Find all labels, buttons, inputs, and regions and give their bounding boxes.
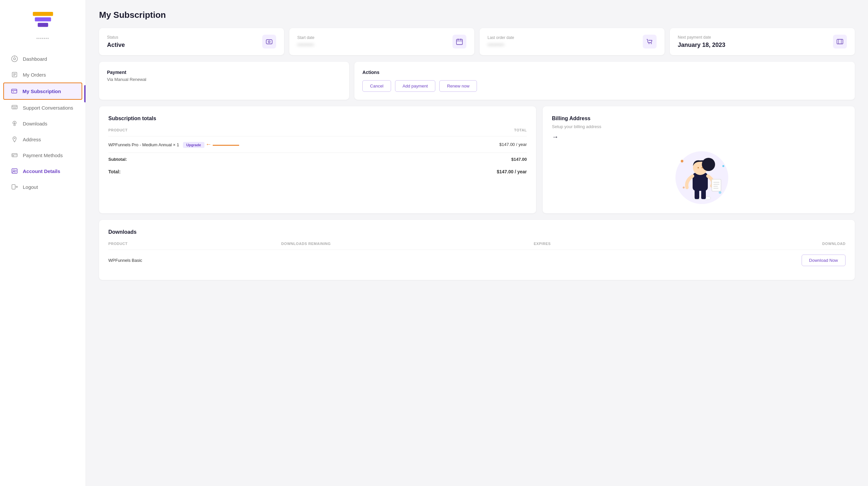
svg-point-43	[722, 165, 724, 167]
downloads-product-name: WPFunnels Basic	[108, 250, 281, 271]
billing-illustration	[552, 144, 845, 204]
renew-now-button[interactable]: Renew now	[439, 80, 477, 92]
sidebar-item-support-conversations[interactable]: Support Conversations	[0, 100, 86, 116]
start-date-content: Start date •••••••••	[297, 35, 314, 48]
bottom-grid: Subscription totals PRODUCT TOTAL WPFunn…	[99, 106, 855, 213]
address-icon	[11, 136, 18, 143]
totals-col-product: PRODUCT	[108, 128, 448, 136]
svg-point-23	[13, 170, 15, 172]
downloads-expires	[534, 250, 621, 271]
downloads-row: WPFunnels Basic Download Now	[108, 250, 845, 271]
downloads-col-download: DOWNLOAD	[621, 242, 845, 250]
next-payment-label: Next payment date	[678, 35, 725, 40]
svg-rect-55	[712, 179, 721, 191]
sidebar: ••••••• Dashboard	[0, 0, 86, 486]
payment-label: Payment	[107, 70, 341, 75]
billing-title: Billing Address	[552, 116, 845, 122]
last-order-value: •••••••••	[488, 42, 514, 48]
sidebar-label-my-orders: My Orders	[23, 72, 46, 77]
svg-point-54	[702, 167, 703, 168]
next-payment-icon	[833, 35, 847, 48]
svg-rect-13	[12, 105, 17, 109]
svg-point-4	[13, 58, 16, 60]
main-content: My Subscription Status Active Start date…	[86, 0, 868, 486]
downloads-icon	[11, 120, 18, 127]
sidebar-item-downloads[interactable]: Downloads	[0, 116, 86, 131]
cancel-button[interactable]: Cancel	[362, 80, 391, 92]
billing-address-card: Billing Address Setup your billing addre…	[542, 106, 855, 213]
svg-rect-2	[38, 23, 48, 27]
orange-arrow-annotation: ←	[206, 141, 211, 148]
svg-point-45	[683, 187, 685, 189]
downloads-col-product: PRODUCT	[108, 242, 281, 250]
actions-card: Actions Cancel Add payment Renew now	[354, 62, 855, 100]
next-payment-value: January 18, 2023	[678, 42, 725, 48]
status-cards-row: Status Active Start date •••••••••	[99, 28, 855, 55]
status-card-status: Status Active	[99, 28, 284, 55]
svg-point-18	[14, 138, 15, 139]
total-value: $147.00 / year	[448, 166, 527, 179]
svg-rect-26	[12, 185, 15, 189]
sidebar-item-account-details[interactable]: Account Details	[0, 163, 86, 179]
billing-setup-arrow[interactable]: →	[552, 133, 845, 141]
svg-point-42	[681, 160, 683, 162]
sidebar-item-my-orders[interactable]: My Orders	[0, 67, 86, 83]
totals-table: PRODUCT TOTAL WPFunnels Pro - Medium Ann…	[108, 128, 527, 179]
total-row: Total: $147.00 / year	[108, 166, 527, 179]
subtotal-value: $147.00	[448, 153, 527, 167]
nav-list: Dashboard My Orders	[0, 51, 86, 195]
subtotal-label: Subtotal:	[108, 153, 448, 167]
billing-svg-illustration	[665, 144, 732, 204]
sidebar-item-my-subscription[interactable]: My Subscription	[3, 83, 82, 100]
dashboard-icon	[11, 55, 18, 62]
billing-subtitle: Setup your billing address	[552, 124, 845, 129]
svg-rect-31	[457, 39, 462, 44]
username: •••••••	[36, 36, 49, 41]
upgrade-badge[interactable]: Upgrade	[183, 142, 205, 148]
start-date-value: •••••••••	[297, 42, 314, 48]
svg-rect-19	[12, 154, 17, 157]
active-nav-indicator	[84, 85, 86, 102]
status-label: Status	[107, 35, 125, 40]
sidebar-label-dashboard: Dashboard	[23, 56, 47, 62]
account-icon	[11, 167, 18, 175]
last-order-label: Last order date	[488, 35, 514, 40]
sidebar-nav: Dashboard My Orders	[0, 51, 86, 195]
sidebar-item-payment-methods[interactable]: Payment Methods	[0, 147, 86, 163]
downloads-action-cell: Download Now	[621, 250, 845, 271]
downloads-col-expires: EXPIRES	[534, 242, 621, 250]
actions-title: Actions	[362, 70, 847, 75]
sidebar-item-logout[interactable]: Logout	[0, 179, 86, 195]
payment-card: Payment Via Manual Renewal	[99, 62, 349, 100]
totals-product-cell: WPFunnels Pro - Medium Annual × 1 Upgrad…	[108, 136, 448, 153]
sidebar-label-payment-methods: Payment Methods	[23, 153, 63, 158]
downloads-col-remaining: DOWNLOADS REMAINING	[281, 242, 534, 250]
sidebar-item-address[interactable]: Address	[0, 131, 86, 147]
payment-icon	[11, 152, 18, 159]
payment-method: Via Manual Renewal	[107, 77, 341, 82]
totals-col-total: TOTAL	[448, 128, 527, 136]
sidebar-label-account-details: Account Details	[23, 168, 60, 174]
arrow-line	[213, 143, 239, 147]
svg-point-52	[702, 158, 715, 171]
subscription-totals-title: Subscription totals	[108, 116, 527, 122]
downloads-table: PRODUCT DOWNLOADS REMAINING EXPIRES DOWN…	[108, 242, 845, 271]
svg-point-30	[269, 42, 270, 42]
sidebar-label-logout: Logout	[23, 184, 38, 190]
svg-point-53	[698, 167, 699, 168]
subscription-totals-card: Subscription totals PRODUCT TOTAL WPFunn…	[99, 106, 536, 213]
add-payment-button[interactable]: Add payment	[395, 80, 436, 92]
subtotal-row: Subtotal: $147.00	[108, 153, 527, 167]
orders-icon	[11, 71, 18, 78]
sidebar-label-address: Address	[23, 137, 41, 142]
actions-buttons: Cancel Add payment Renew now	[362, 80, 847, 92]
logo	[31, 10, 55, 31]
svg-rect-0	[33, 12, 53, 16]
status-card-last-order: Last order date •••••••••	[479, 28, 664, 55]
total-label: Total:	[108, 166, 448, 179]
page-title: My Subscription	[99, 10, 855, 20]
totals-row: WPFunnels Pro - Medium Annual × 1 Upgrad…	[108, 136, 527, 153]
download-now-button[interactable]: Download Now	[802, 255, 845, 266]
logout-icon	[11, 183, 18, 191]
sidebar-item-dashboard[interactable]: Dashboard	[0, 51, 86, 67]
